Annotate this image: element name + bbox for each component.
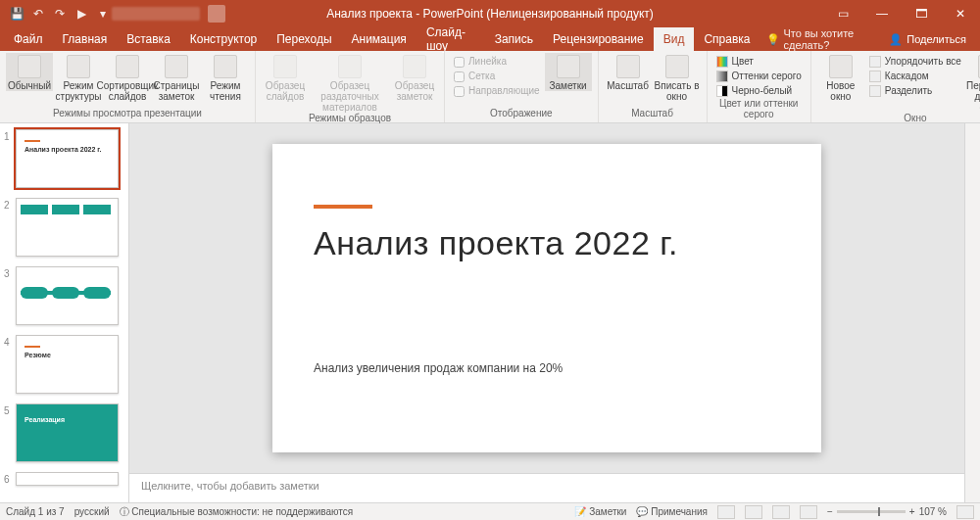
new-window-icon: [829, 55, 853, 78]
guides-checkbox: Направляющие: [451, 84, 543, 98]
color-icon: [716, 56, 728, 68]
notes-page-icon: [165, 55, 188, 78]
user-name-blurred: [112, 7, 200, 21]
qat-more-icon[interactable]: ▾: [94, 5, 112, 23]
view-reading-icon[interactable]: [772, 505, 790, 519]
status-comments-button[interactable]: 💬 Примечания: [636, 506, 708, 517]
tab-insert[interactable]: Вставка: [117, 27, 180, 51]
tell-me[interactable]: 💡 Что вы хотите сделать?: [766, 27, 876, 51]
accessibility-status[interactable]: ⓘ Специальные возможности: не поддержива…: [120, 505, 354, 519]
ribbon: Обычный Режим структуры Сортировщик слай…: [0, 51, 980, 123]
group-label: Отображение: [451, 108, 592, 120]
tab-record[interactable]: Запись: [485, 27, 543, 51]
gridlines-checkbox: Сетка: [451, 70, 543, 83]
view-reading-button[interactable]: Режим чтения: [202, 53, 249, 102]
account-area[interactable]: [112, 5, 225, 23]
notes-master-icon: [403, 55, 426, 78]
view-notes-page-button[interactable]: Страницы заметок: [153, 53, 200, 102]
normal-view-icon: [18, 55, 41, 78]
maximize-icon[interactable]: 🗖: [902, 0, 941, 27]
ribbon-options-icon[interactable]: ▭: [823, 0, 862, 27]
color-button[interactable]: Цвет: [713, 55, 805, 69]
redo-icon[interactable]: ↷: [51, 5, 69, 23]
handout-master-icon: [338, 55, 362, 78]
view-normal-button[interactable]: Обычный: [6, 53, 53, 91]
zoom-slider[interactable]: [837, 510, 906, 513]
slide-thumbnail-4[interactable]: Резюме: [16, 335, 119, 394]
zoom-control[interactable]: − + 107 %: [827, 506, 947, 517]
tab-slideshow[interactable]: Слайд-шоу: [416, 27, 485, 51]
thumb-row[interactable]: 4 Резюме: [4, 335, 119, 394]
main-area: 1 Анализ проекта 2022 г. 2 3 4: [0, 123, 980, 502]
zoom-button[interactable]: Масштаб: [605, 53, 652, 91]
fit-to-window-icon[interactable]: [956, 505, 974, 519]
zoom-out-icon[interactable]: −: [827, 506, 833, 517]
tab-home[interactable]: Главная: [53, 27, 118, 51]
move-split-button[interactable]: Разделить: [866, 84, 964, 98]
group-label: Режимы просмотра презентации: [6, 108, 249, 120]
slide-counter[interactable]: Слайд 1 из 7: [6, 506, 65, 517]
undo-icon[interactable]: ↶: [29, 5, 47, 23]
thumb-row[interactable]: 5 Реализация: [4, 403, 119, 462]
close-icon[interactable]: ✕: [941, 0, 980, 27]
notes-master-button: Образец заметок: [391, 53, 438, 102]
thumb-row[interactable]: 2: [4, 198, 119, 257]
tab-design[interactable]: Конструктор: [180, 27, 267, 51]
save-icon[interactable]: 💾: [8, 5, 25, 23]
tab-file[interactable]: Файл: [4, 27, 53, 51]
slide-master-button: Образец слайдов: [262, 53, 309, 102]
zoom-in-icon[interactable]: +: [909, 506, 915, 517]
notes-placeholder: Щелкните, чтобы добавить заметки: [141, 480, 319, 492]
thumb-row[interactable]: 1 Анализ проекта 2022 г.: [4, 129, 119, 188]
tab-review[interactable]: Рецензирование: [543, 27, 654, 51]
share-label: Поделиться: [906, 33, 966, 45]
slide-canvas[interactable]: Анализ проекта 2022 г. Анализ увеличения…: [129, 123, 964, 473]
slide-thumbnail-6[interactable]: [16, 472, 119, 486]
slide-title[interactable]: Анализ проекта 2022 г.: [314, 224, 678, 262]
tab-transitions[interactable]: Переходы: [267, 27, 341, 51]
language-indicator[interactable]: русский: [74, 506, 110, 517]
new-window-button[interactable]: Новое окно: [817, 53, 864, 102]
cascade-icon: [869, 71, 881, 82]
tell-me-icon: 💡: [766, 33, 780, 46]
slide-subtitle[interactable]: Анализ увеличения продаж компании на 20%: [314, 361, 563, 375]
tab-animations[interactable]: Анимация: [342, 27, 416, 51]
quick-access-toolbar: 💾 ↶ ↷ ▶ ▾: [0, 5, 112, 23]
notes-pane[interactable]: Щелкните, чтобы добавить заметки: [129, 473, 964, 502]
view-sorter-button[interactable]: Сортировщик слайдов: [104, 53, 151, 102]
thumb-row[interactable]: 6: [4, 472, 119, 486]
group-color-grayscale: Цвет Оттенки серого Черно-белый Цвет или…: [708, 51, 811, 122]
slide-thumbnail-3[interactable]: [16, 266, 119, 325]
sorter-view-icon: [116, 55, 139, 78]
arrange-all-button[interactable]: Упорядочить все: [866, 55, 964, 69]
status-notes-button[interactable]: 📝 Заметки: [574, 506, 626, 517]
switch-windows-button[interactable]: Перейти в другое окно: [966, 53, 980, 113]
grayscale-button[interactable]: Оттенки серого: [713, 70, 805, 83]
window-controls: ▭ — 🗖 ✕: [823, 0, 980, 27]
slide-thumbnail-2[interactable]: [16, 198, 119, 257]
cascade-button[interactable]: Каскадом: [866, 70, 964, 83]
start-show-icon[interactable]: ▶: [73, 5, 90, 23]
view-slideshow-icon[interactable]: [800, 505, 817, 519]
black-white-button[interactable]: Черно-белый: [713, 84, 805, 98]
ruler-checkbox: Линейка: [451, 55, 543, 69]
view-outline-button[interactable]: Режим структуры: [55, 53, 102, 102]
view-normal-icon[interactable]: [717, 505, 735, 519]
tab-view[interactable]: Вид: [654, 27, 695, 51]
reading-view-icon: [214, 55, 237, 78]
view-sorter-icon[interactable]: [745, 505, 762, 519]
grayscale-icon: [716, 71, 728, 82]
minimize-icon[interactable]: —: [862, 0, 902, 27]
thumb-row[interactable]: 3: [4, 266, 119, 325]
slide-thumbnail-1[interactable]: Анализ проекта 2022 г.: [16, 129, 119, 188]
vertical-scrollbar[interactable]: [964, 123, 980, 502]
titlebar: 💾 ↶ ↷ ▶ ▾ Анализ проекта - PowerPoint (Н…: [0, 0, 980, 27]
notes-pane-button[interactable]: Заметки: [545, 53, 592, 91]
current-slide[interactable]: Анализ проекта 2022 г. Анализ увеличения…: [272, 144, 821, 452]
slide-thumbnails-panel[interactable]: 1 Анализ проекта 2022 г. 2 3 4: [0, 123, 129, 502]
slide-thumbnail-5[interactable]: Реализация: [16, 403, 119, 462]
tab-help[interactable]: Справка: [694, 27, 760, 51]
fit-window-button[interactable]: Вписать в окно: [654, 53, 701, 102]
zoom-percent[interactable]: 107 %: [919, 506, 947, 517]
share-button[interactable]: 👤 Поделиться: [875, 27, 980, 51]
